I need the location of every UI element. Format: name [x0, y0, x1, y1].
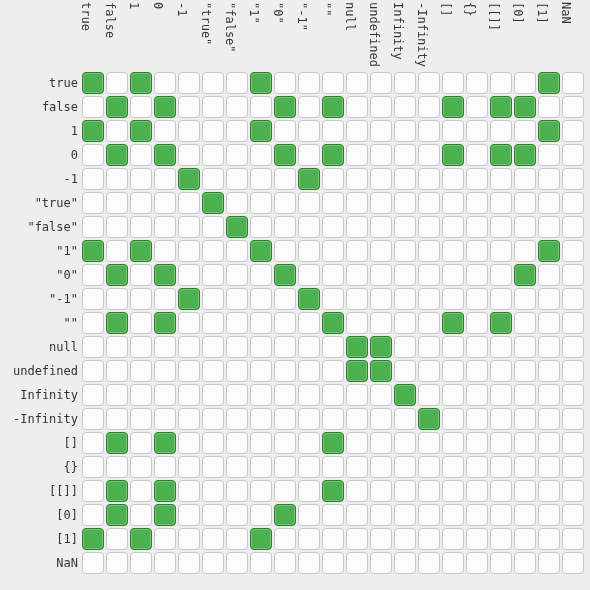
matrix-cell [490, 96, 512, 118]
matrix-cell [466, 480, 488, 502]
matrix-cell [562, 456, 584, 478]
matrix-cell [250, 360, 272, 382]
matrix-cell [106, 480, 128, 502]
matrix-cell [394, 96, 416, 118]
matrix-cell [274, 120, 296, 142]
matrix-cell [562, 384, 584, 406]
matrix-cell [466, 384, 488, 406]
row-label: Infinity [2, 383, 78, 407]
matrix-cell [538, 312, 560, 334]
matrix-cell [130, 288, 152, 310]
matrix-cell [298, 72, 320, 94]
matrix-cell [274, 192, 296, 214]
matrix-cell [82, 72, 104, 94]
matrix-cell [274, 504, 296, 526]
matrix-cell [202, 264, 224, 286]
matrix-cell [154, 312, 176, 334]
matrix-cell [298, 360, 320, 382]
matrix-cell [322, 120, 344, 142]
matrix-cell [82, 552, 104, 574]
matrix-cell [130, 432, 152, 454]
matrix-cell [250, 384, 272, 406]
matrix-cell [322, 384, 344, 406]
matrix-cell [250, 168, 272, 190]
row-label: 0 [2, 143, 78, 167]
matrix-cell [490, 216, 512, 238]
matrix-cell [346, 312, 368, 334]
matrix-cell [346, 288, 368, 310]
matrix-cell [490, 120, 512, 142]
matrix-cell [394, 360, 416, 382]
matrix-cell [250, 96, 272, 118]
matrix-cell [154, 552, 176, 574]
matrix-cell [226, 360, 248, 382]
matrix-cell [202, 552, 224, 574]
matrix-cell [274, 72, 296, 94]
matrix-cell [130, 336, 152, 358]
matrix-cell [490, 384, 512, 406]
matrix-cell [466, 312, 488, 334]
matrix-cell [154, 264, 176, 286]
matrix-cell [442, 216, 464, 238]
matrix-cell [106, 216, 128, 238]
matrix-cell [514, 264, 536, 286]
matrix-cell [562, 528, 584, 550]
row-label: true [2, 71, 78, 95]
matrix-cell [490, 72, 512, 94]
matrix-cell [346, 408, 368, 430]
matrix-cell [538, 408, 560, 430]
matrix-cell [538, 384, 560, 406]
matrix-cell [178, 264, 200, 286]
matrix-cell [322, 264, 344, 286]
matrix-cell [178, 120, 200, 142]
matrix-cell [298, 456, 320, 478]
matrix-cell [130, 144, 152, 166]
matrix-cell [370, 384, 392, 406]
matrix-cell [226, 480, 248, 502]
matrix-cell [106, 120, 128, 142]
matrix-cell [202, 432, 224, 454]
matrix-cell [130, 264, 152, 286]
matrix-cell [178, 432, 200, 454]
matrix-cell [562, 144, 584, 166]
matrix-cell [370, 168, 392, 190]
matrix-cell [154, 456, 176, 478]
matrix-cell [370, 96, 392, 118]
matrix-cell [418, 480, 440, 502]
matrix-cell [250, 216, 272, 238]
matrix-cell [346, 120, 368, 142]
matrix-cell [82, 312, 104, 334]
matrix-cell [178, 480, 200, 502]
matrix-cell [394, 288, 416, 310]
matrix-cell [322, 288, 344, 310]
matrix-cell [154, 432, 176, 454]
matrix-cell [322, 144, 344, 166]
matrix-cell [418, 552, 440, 574]
matrix-cell [322, 528, 344, 550]
matrix-cell [298, 528, 320, 550]
matrix-cell [394, 432, 416, 454]
matrix-cell [562, 216, 584, 238]
matrix-cell [490, 408, 512, 430]
matrix-cell [538, 480, 560, 502]
matrix-cell [346, 96, 368, 118]
matrix-cell [490, 336, 512, 358]
matrix-cell [514, 432, 536, 454]
matrix-cell [514, 96, 536, 118]
matrix-cell [418, 168, 440, 190]
matrix-cell [538, 360, 560, 382]
matrix-cell [442, 72, 464, 94]
matrix-cell [418, 96, 440, 118]
matrix-cell [178, 552, 200, 574]
matrix-cell [370, 144, 392, 166]
matrix-cell [490, 168, 512, 190]
matrix-cell [226, 288, 248, 310]
matrix-cell [202, 168, 224, 190]
matrix-cell [346, 384, 368, 406]
matrix-cell [370, 240, 392, 262]
row-label: "0" [2, 263, 78, 287]
matrix-cell [154, 288, 176, 310]
matrix-cell [202, 384, 224, 406]
matrix-cell [394, 168, 416, 190]
matrix-cell [298, 144, 320, 166]
